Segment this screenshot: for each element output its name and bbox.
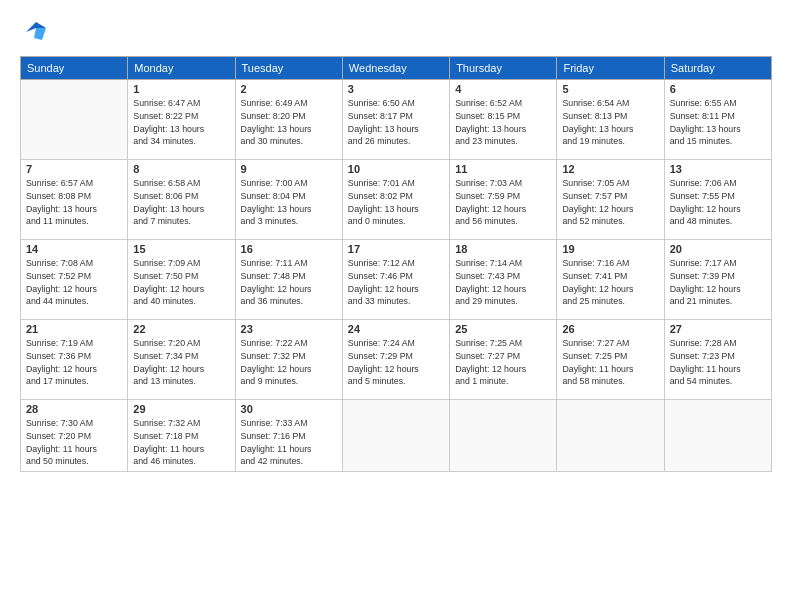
day-number: 30 xyxy=(241,403,337,415)
day-number: 13 xyxy=(670,163,766,175)
day-number: 27 xyxy=(670,323,766,335)
table-row: 20Sunrise: 7:17 AMSunset: 7:39 PMDayligh… xyxy=(664,240,771,320)
day-info: Sunrise: 7:32 AMSunset: 7:18 PMDaylight:… xyxy=(133,417,229,468)
day-info: Sunrise: 7:27 AMSunset: 7:25 PMDaylight:… xyxy=(562,337,658,388)
day-number: 12 xyxy=(562,163,658,175)
day-number: 26 xyxy=(562,323,658,335)
svg-marker-1 xyxy=(34,28,46,40)
day-number: 3 xyxy=(348,83,444,95)
calendar-table: Sunday Monday Tuesday Wednesday Thursday… xyxy=(20,56,772,472)
table-row: 12Sunrise: 7:05 AMSunset: 7:57 PMDayligh… xyxy=(557,160,664,240)
table-row: 15Sunrise: 7:09 AMSunset: 7:50 PMDayligh… xyxy=(128,240,235,320)
table-row: 11Sunrise: 7:03 AMSunset: 7:59 PMDayligh… xyxy=(450,160,557,240)
day-info: Sunrise: 7:14 AMSunset: 7:43 PMDaylight:… xyxy=(455,257,551,308)
table-row: 29Sunrise: 7:32 AMSunset: 7:18 PMDayligh… xyxy=(128,400,235,472)
table-row: 13Sunrise: 7:06 AMSunset: 7:55 PMDayligh… xyxy=(664,160,771,240)
logo xyxy=(20,18,46,46)
day-info: Sunrise: 7:11 AMSunset: 7:48 PMDaylight:… xyxy=(241,257,337,308)
day-number: 20 xyxy=(670,243,766,255)
table-row: 10Sunrise: 7:01 AMSunset: 8:02 PMDayligh… xyxy=(342,160,449,240)
day-number: 11 xyxy=(455,163,551,175)
table-row: 21Sunrise: 7:19 AMSunset: 7:36 PMDayligh… xyxy=(21,320,128,400)
table-row: 18Sunrise: 7:14 AMSunset: 7:43 PMDayligh… xyxy=(450,240,557,320)
table-row xyxy=(557,400,664,472)
day-info: Sunrise: 6:50 AMSunset: 8:17 PMDaylight:… xyxy=(348,97,444,148)
table-row: 16Sunrise: 7:11 AMSunset: 7:48 PMDayligh… xyxy=(235,240,342,320)
table-row: 5Sunrise: 6:54 AMSunset: 8:13 PMDaylight… xyxy=(557,80,664,160)
day-number: 4 xyxy=(455,83,551,95)
col-tuesday: Tuesday xyxy=(235,57,342,80)
day-number: 14 xyxy=(26,243,122,255)
day-info: Sunrise: 7:06 AMSunset: 7:55 PMDaylight:… xyxy=(670,177,766,228)
day-info: Sunrise: 6:58 AMSunset: 8:06 PMDaylight:… xyxy=(133,177,229,228)
day-number: 6 xyxy=(670,83,766,95)
day-info: Sunrise: 7:09 AMSunset: 7:50 PMDaylight:… xyxy=(133,257,229,308)
col-thursday: Thursday xyxy=(450,57,557,80)
table-row: 27Sunrise: 7:28 AMSunset: 7:23 PMDayligh… xyxy=(664,320,771,400)
table-row: 9Sunrise: 7:00 AMSunset: 8:04 PMDaylight… xyxy=(235,160,342,240)
table-row: 28Sunrise: 7:30 AMSunset: 7:20 PMDayligh… xyxy=(21,400,128,472)
table-row: 4Sunrise: 6:52 AMSunset: 8:15 PMDaylight… xyxy=(450,80,557,160)
table-row xyxy=(342,400,449,472)
table-row: 6Sunrise: 6:55 AMSunset: 8:11 PMDaylight… xyxy=(664,80,771,160)
day-number: 21 xyxy=(26,323,122,335)
day-info: Sunrise: 6:49 AMSunset: 8:20 PMDaylight:… xyxy=(241,97,337,148)
table-row: 1Sunrise: 6:47 AMSunset: 8:22 PMDaylight… xyxy=(128,80,235,160)
day-info: Sunrise: 7:33 AMSunset: 7:16 PMDaylight:… xyxy=(241,417,337,468)
table-row: 26Sunrise: 7:27 AMSunset: 7:25 PMDayligh… xyxy=(557,320,664,400)
day-info: Sunrise: 7:05 AMSunset: 7:57 PMDaylight:… xyxy=(562,177,658,228)
table-row xyxy=(450,400,557,472)
table-row: 8Sunrise: 6:58 AMSunset: 8:06 PMDaylight… xyxy=(128,160,235,240)
table-row: 24Sunrise: 7:24 AMSunset: 7:29 PMDayligh… xyxy=(342,320,449,400)
day-info: Sunrise: 7:03 AMSunset: 7:59 PMDaylight:… xyxy=(455,177,551,228)
header xyxy=(20,18,772,46)
table-row xyxy=(664,400,771,472)
day-number: 29 xyxy=(133,403,229,415)
logo-bird-icon xyxy=(24,18,46,46)
day-number: 16 xyxy=(241,243,337,255)
day-number: 1 xyxy=(133,83,229,95)
day-info: Sunrise: 7:22 AMSunset: 7:32 PMDaylight:… xyxy=(241,337,337,388)
day-number: 17 xyxy=(348,243,444,255)
table-row: 7Sunrise: 6:57 AMSunset: 8:08 PMDaylight… xyxy=(21,160,128,240)
table-row: 22Sunrise: 7:20 AMSunset: 7:34 PMDayligh… xyxy=(128,320,235,400)
day-number: 10 xyxy=(348,163,444,175)
col-friday: Friday xyxy=(557,57,664,80)
day-number: 18 xyxy=(455,243,551,255)
day-number: 9 xyxy=(241,163,337,175)
day-number: 28 xyxy=(26,403,122,415)
day-number: 8 xyxy=(133,163,229,175)
table-row: 30Sunrise: 7:33 AMSunset: 7:16 PMDayligh… xyxy=(235,400,342,472)
day-number: 24 xyxy=(348,323,444,335)
day-info: Sunrise: 6:47 AMSunset: 8:22 PMDaylight:… xyxy=(133,97,229,148)
day-number: 23 xyxy=(241,323,337,335)
day-number: 7 xyxy=(26,163,122,175)
day-info: Sunrise: 6:57 AMSunset: 8:08 PMDaylight:… xyxy=(26,177,122,228)
table-row: 14Sunrise: 7:08 AMSunset: 7:52 PMDayligh… xyxy=(21,240,128,320)
table-row: 2Sunrise: 6:49 AMSunset: 8:20 PMDaylight… xyxy=(235,80,342,160)
col-wednesday: Wednesday xyxy=(342,57,449,80)
day-number: 25 xyxy=(455,323,551,335)
day-info: Sunrise: 7:25 AMSunset: 7:27 PMDaylight:… xyxy=(455,337,551,388)
day-info: Sunrise: 7:01 AMSunset: 8:02 PMDaylight:… xyxy=(348,177,444,228)
day-info: Sunrise: 7:20 AMSunset: 7:34 PMDaylight:… xyxy=(133,337,229,388)
day-info: Sunrise: 6:55 AMSunset: 8:11 PMDaylight:… xyxy=(670,97,766,148)
day-info: Sunrise: 7:08 AMSunset: 7:52 PMDaylight:… xyxy=(26,257,122,308)
col-saturday: Saturday xyxy=(664,57,771,80)
day-info: Sunrise: 7:16 AMSunset: 7:41 PMDaylight:… xyxy=(562,257,658,308)
page: Sunday Monday Tuesday Wednesday Thursday… xyxy=(0,0,792,612)
day-info: Sunrise: 7:30 AMSunset: 7:20 PMDaylight:… xyxy=(26,417,122,468)
calendar-header-row: Sunday Monday Tuesday Wednesday Thursday… xyxy=(21,57,772,80)
day-number: 19 xyxy=(562,243,658,255)
table-row xyxy=(21,80,128,160)
day-info: Sunrise: 7:19 AMSunset: 7:36 PMDaylight:… xyxy=(26,337,122,388)
day-info: Sunrise: 7:17 AMSunset: 7:39 PMDaylight:… xyxy=(670,257,766,308)
table-row: 17Sunrise: 7:12 AMSunset: 7:46 PMDayligh… xyxy=(342,240,449,320)
day-number: 22 xyxy=(133,323,229,335)
day-info: Sunrise: 7:24 AMSunset: 7:29 PMDaylight:… xyxy=(348,337,444,388)
day-number: 15 xyxy=(133,243,229,255)
day-info: Sunrise: 7:00 AMSunset: 8:04 PMDaylight:… xyxy=(241,177,337,228)
day-number: 5 xyxy=(562,83,658,95)
day-info: Sunrise: 6:54 AMSunset: 8:13 PMDaylight:… xyxy=(562,97,658,148)
table-row: 3Sunrise: 6:50 AMSunset: 8:17 PMDaylight… xyxy=(342,80,449,160)
